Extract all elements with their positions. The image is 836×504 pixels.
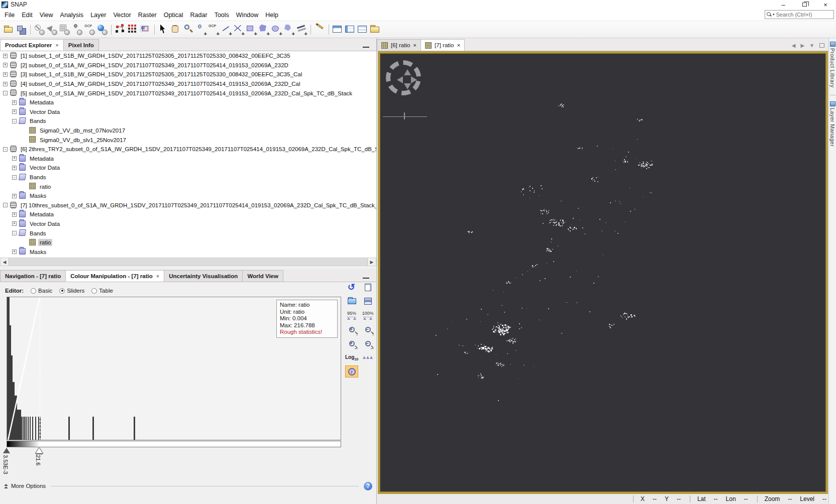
menu-layer[interactable]: Layer [87,11,110,20]
menu-vector[interactable]: Vector [110,11,134,20]
bottom-tab-world-view[interactable]: World View [242,270,283,282]
expand-icon[interactable]: + [3,63,8,67]
collapse-icon[interactable]: - [12,119,17,123]
gcp-manager-icon[interactable] [83,23,96,36]
product-library-icon[interactable] [369,23,382,36]
close-tab-icon[interactable]: × [457,42,460,48]
colour-ramp[interactable] [7,441,341,447]
tree-label[interactable]: Masks [28,192,48,199]
compass-down-icon[interactable] [404,83,411,89]
expand-icon[interactable]: + [12,194,17,198]
tree-row[interactable]: -Bands [0,173,376,182]
tree-row[interactable]: -Bands [0,228,376,238]
view-tab--6-ratio[interactable]: [6] ratio× [377,39,421,51]
minimize-panel-icon[interactable] [363,278,369,279]
pin-manager-icon[interactable] [71,23,83,36]
polyline-tool-icon[interactable] [233,23,245,36]
grid-view-icon[interactable] [357,23,369,36]
tree-label[interactable]: [1] subset_1_of_S1B_IW_GRDH_1SDV_2017112… [19,52,292,59]
collapse-chevrons-icon[interactable] [4,484,8,488]
explorer-tab-product-explorer[interactable]: Product Explorer× [0,39,64,51]
graph-builder-icon[interactable] [114,23,127,36]
extra-information-button[interactable]: i [345,365,358,377]
tree-label[interactable]: Bands [28,174,48,181]
tree-label[interactable]: [4] subset_0_of_S1A_IW_GRDH_1SDV_2017110… [19,80,301,87]
tree-label[interactable]: [7] 10thres_subset_0_of_S1A_IW_GRDH_1SDV… [19,202,376,209]
menu-window[interactable]: Window [233,11,262,20]
explorer-tab-pixel-info[interactable]: Pixel Info [63,39,99,51]
image-viewport[interactable] [378,51,828,494]
minimize-panel-icon[interactable] [363,47,369,48]
ramp-slider[interactable] [36,448,43,453]
tree-label[interactable]: Metadata [28,155,55,162]
bottom-tab-colour-manipulation-7-ratio[interactable]: Colour Manipulation - [7] ratio× [65,270,164,282]
view-tab--7-ratio[interactable]: [7] ratio× [421,39,465,51]
expand-icon[interactable]: + [3,82,8,86]
tree-row[interactable]: -[5] subset_0_of_S1A_IW_GRDH_1SDV_201711… [0,88,376,98]
tree-label[interactable]: Sigma0_VV_db_slv1_25Nov2017 [38,137,128,144]
restore-button[interactable] [794,0,815,9]
menu-optical[interactable]: Optical [160,11,187,20]
range-finder-icon[interactable] [295,23,308,36]
menu-raster[interactable]: Raster [135,11,160,20]
tree-row[interactable]: +[1] subset_1_of_S1B_IW_GRDH_1SDV_201711… [0,51,376,61]
gcp-placing-tool-icon[interactable] [207,23,220,36]
distribute-sliders-button[interactable] [361,351,374,363]
scroll-tabs-left-icon[interactable]: ◀ [792,43,796,48]
search-dropdown-icon[interactable]: ▾ [773,13,775,17]
tree-row[interactable]: Sigma0_VV_db_mst_07Nov2017 [0,126,376,136]
expand-icon[interactable]: + [12,100,17,105]
range-95-button[interactable]: 95% [345,309,358,321]
compass-right-icon[interactable] [411,76,417,83]
reset-button[interactable]: ↻ [345,281,358,293]
table-view-icon[interactable] [344,23,357,36]
radio-icon[interactable] [59,288,65,294]
zoom-horizontal-out-button[interactable]: −↔ [361,337,374,349]
more-options-label[interactable]: More Options [11,483,46,489]
no-data-overlay-icon[interactable] [33,23,46,36]
histogram-plot[interactable]: Name: ratioUnit: ratioMin: 0.004Max: 216… [7,297,341,440]
tree-row[interactable]: +Metadata [0,154,376,164]
close-tab-icon[interactable]: × [413,42,416,48]
scroll-tabs-right-icon[interactable]: ▶ [800,43,804,48]
menu-help[interactable]: Help [262,11,282,20]
open-product-icon[interactable] [3,23,15,36]
tree-label[interactable]: Bands [28,230,48,237]
range-100-button[interactable]: 100% [361,309,374,321]
scroll-right-icon[interactable]: ▶ [368,258,376,266]
maximize-view-icon[interactable] [819,43,824,48]
zoom-vertical-in-button[interactable]: +↕ [345,323,358,335]
navigation-overlay-icon[interactable] [46,23,58,36]
search-input[interactable]: ▾ Search (Ctrl+I) [765,10,834,19]
expand-icon[interactable]: + [12,249,17,254]
zoom-scale-line[interactable] [383,116,427,117]
radio-icon[interactable] [31,288,36,294]
zoom-tool-icon[interactable] [182,23,195,36]
tree-label[interactable]: ratio [38,239,52,246]
collapse-icon[interactable]: - [3,147,8,152]
navigation-compass-overlay[interactable] [382,57,432,122]
tree-row[interactable]: +[4] subset_0_of_S1A_IW_GRDH_1SDV_201711… [0,79,376,89]
menu-edit[interactable]: Edit [18,11,36,20]
tree-label[interactable]: Vector Data [28,108,61,115]
tree-label[interactable]: [3] subset_1_of_S1B_IW_GRDH_1SDV_2017112… [19,71,303,78]
dock-item-product-library[interactable]: Product Library [829,40,835,88]
editor-radio-table[interactable]: Table [91,288,113,294]
tree-row[interactable]: +Masks [0,247,376,257]
minimize-button[interactable]: – [773,0,794,9]
line-tool-icon[interactable] [220,23,233,36]
menu-tools[interactable]: Tools [211,11,233,20]
collapse-icon[interactable]: - [3,203,8,207]
collapse-icon[interactable]: - [3,91,8,95]
close-button[interactable]: × [815,0,836,9]
tree-row[interactable]: +[3] subset_1_of_S1B_IW_GRDH_1SDV_201711… [0,70,376,79]
tree-label[interactable]: [2] subset_0_of_S1A_IW_GRDH_1SDV_2017110… [19,62,290,69]
expand-icon[interactable]: + [3,72,8,77]
rectangle-tool-icon[interactable] [245,23,258,36]
polygon-tool-icon[interactable] [258,23,270,36]
pin-placing-tool-icon[interactable] [195,23,207,36]
tree-label[interactable]: Bands [28,117,48,124]
tree-row[interactable]: +Masks [0,191,376,201]
menu-analysis[interactable]: Analysis [57,11,87,20]
log-display-button[interactable]: Log10 [345,351,358,363]
